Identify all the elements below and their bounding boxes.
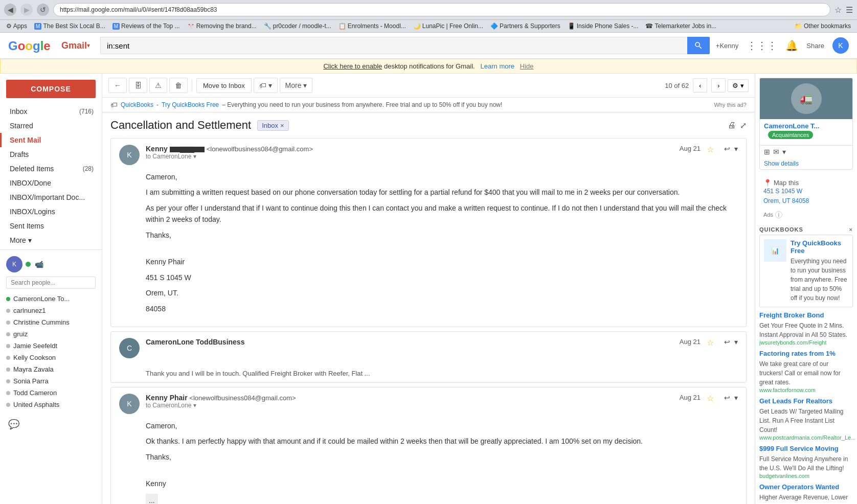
refresh-button[interactable]: ↺: [37, 4, 49, 16]
ad4-link[interactable]: www.postcardmania.com/Realtor_Le...: [759, 434, 853, 441]
contact-dropdown-icon[interactable]: ▾: [782, 148, 786, 156]
ads-close-button[interactable]: ×: [849, 226, 853, 233]
people-item-mayra[interactable]: Mayra Zavala: [6, 363, 96, 375]
sidebar-item-deleted[interactable]: Deleted Items (28): [0, 162, 102, 176]
ad1-title[interactable]: Try QuickBooks Free: [791, 239, 848, 255]
hide-notification-link[interactable]: Hide: [520, 62, 534, 70]
ad3-link[interactable]: www.factorfornow.com: [759, 387, 853, 393]
ad-cta-link[interactable]: Try QuickBooks Free: [162, 101, 219, 108]
enable-notifications-link[interactable]: Click here to enable: [323, 62, 382, 70]
more-action-btn-2[interactable]: ▾: [734, 338, 738, 346]
archive-button[interactable]: 🗄: [129, 78, 147, 93]
back-to-list-button[interactable]: ←: [108, 78, 127, 93]
sidebar-item-inbox-done[interactable]: INBOX/Done: [0, 176, 102, 190]
grid-icon[interactable]: ⋮⋮⋮: [747, 39, 777, 52]
why-ad-link[interactable]: Why this ad?: [714, 102, 747, 108]
contact-email-icon[interactable]: ✉: [773, 148, 779, 156]
sidebar-item-more[interactable]: More ▾: [0, 233, 102, 247]
search-input[interactable]: [100, 37, 687, 54]
bookmark-1[interactable]: M The Best Six Local B...: [32, 21, 107, 31]
bookmark-apps[interactable]: ⚙ Apps: [4, 21, 29, 31]
more-action-btn-3[interactable]: ▾: [734, 394, 738, 402]
user-avatar[interactable]: K: [832, 37, 849, 54]
bookmark-5[interactable]: 📋 Enrolments - Moodl...: [336, 21, 408, 31]
back-button[interactable]: ◀: [4, 4, 16, 16]
ad5-title[interactable]: $999 Full Service Moving: [759, 445, 853, 452]
forward-button[interactable]: ▶: [20, 4, 33, 16]
sidebar-item-sent-items[interactable]: Sent Items: [0, 219, 102, 233]
share-button[interactable]: Share: [806, 42, 824, 50]
reply-button-1[interactable]: ↩: [724, 145, 730, 153]
ad5-link[interactable]: budgetvanlines.com: [759, 473, 853, 479]
to-dropdown-icon-1[interactable]: ▾: [193, 153, 196, 160]
sidebar-item-drafts[interactable]: Drafts: [0, 147, 102, 162]
bookmark-4[interactable]: 🔧 pr0coder / moodle-t...: [262, 21, 333, 31]
people-item-united[interactable]: United Asphalts: [6, 399, 96, 410]
chat-icon[interactable]: 💬: [0, 415, 102, 434]
bookmark-3[interactable]: 🎌 Removing the brand...: [185, 21, 259, 31]
star-icon[interactable]: ☆: [835, 5, 842, 15]
gmail-dropdown-icon[interactable]: ▾: [87, 42, 90, 49]
contact-name[interactable]: CameronLone T...: [760, 119, 852, 131]
ad2-link[interactable]: jwsuretybonds.com/Freight: [759, 339, 853, 346]
report-spam-button[interactable]: ⚠: [149, 78, 167, 93]
ad2-title[interactable]: Freight Broker Bond: [759, 311, 853, 319]
bookmark-other[interactable]: 📁 Other bookmarks: [793, 21, 853, 31]
sidebar-item-inbox[interactable]: Inbox (716): [0, 104, 102, 119]
ad-sponsor-link[interactable]: QuickBooks: [121, 101, 153, 108]
ad3-title[interactable]: Factoring rates from 1%: [759, 350, 853, 357]
video-icon[interactable]: 📹: [35, 260, 43, 268]
delete-button[interactable]: 🗑: [169, 78, 188, 93]
people-item-gruiz[interactable]: gruiz: [6, 328, 96, 340]
gmail-label[interactable]: Gmail: [61, 40, 87, 51]
star-button-1[interactable]: ☆: [707, 145, 714, 154]
people-item-kelly[interactable]: Kelly Cookson: [6, 352, 96, 363]
next-page-button[interactable]: ›: [711, 78, 726, 93]
prev-page-button[interactable]: ‹: [693, 78, 707, 93]
bookmark-6[interactable]: 🌙 LunaPic | Free Onlin...: [411, 21, 485, 31]
labels-button[interactable]: 🏷 ▾: [254, 78, 278, 93]
settings-button[interactable]: ⚙ ▾: [728, 79, 749, 92]
message-header-2[interactable]: C CameronLone ToddBusiness Aug 21 ☆ ↩ ▾: [111, 332, 746, 364]
sidebar-item-starred[interactable]: Starred: [0, 119, 102, 133]
ad6-title[interactable]: Owner Operators Wanted: [759, 483, 853, 491]
reply-button-2[interactable]: ↩: [724, 338, 730, 346]
browser-menu-icon[interactable]: ☰: [846, 5, 853, 15]
sidebar-item-inbox-important[interactable]: INBOX/Important Doc...: [0, 190, 102, 204]
bookmark-8[interactable]: 📱 Inside Phone Sales -...: [566, 21, 641, 31]
print-button[interactable]: 🖨: [728, 121, 736, 130]
expand-button[interactable]: ⤢: [740, 121, 747, 130]
reply-button-3[interactable]: ↩: [724, 394, 730, 402]
move-to-inbox-button[interactable]: Move to Inbox: [196, 78, 252, 93]
compose-button[interactable]: COMPOSE: [6, 80, 96, 98]
show-details-link[interactable]: Show details: [760, 158, 852, 169]
inbox-badge-close[interactable]: ×: [280, 122, 284, 129]
to-dropdown-icon-3[interactable]: ▾: [193, 402, 196, 409]
bookmark-2[interactable]: M Reviews of the Top ...: [110, 21, 182, 31]
sidebar-item-inbox-logins[interactable]: INBOX/Logins: [0, 204, 102, 219]
star-button-3[interactable]: ☆: [707, 394, 714, 403]
ads-info-icon[interactable]: i: [775, 211, 782, 218]
bookmark-9[interactable]: ☎ Telemarketer Jobs in...: [643, 21, 718, 31]
learn-more-link[interactable]: Learn more: [481, 62, 514, 70]
people-search-input[interactable]: [6, 277, 96, 289]
people-item-christine[interactable]: Christine Cummins: [6, 316, 96, 328]
contact-grid-icon[interactable]: ⊞: [764, 148, 770, 156]
people-item-carlnunez[interactable]: carlnunez1: [6, 305, 96, 316]
deleted-badge: (28): [83, 165, 94, 172]
address-bar[interactable]: [53, 3, 830, 16]
sidebar-item-sent-mail[interactable]: Sent Mail: [0, 133, 102, 147]
people-item-jamie[interactable]: Jamie Seefeldt: [6, 340, 96, 352]
people-item-cameron[interactable]: CameronLone To...: [6, 293, 96, 305]
search-button[interactable]: [687, 37, 710, 54]
star-button-2[interactable]: ☆: [707, 338, 714, 348]
more-button[interactable]: More ▾: [280, 78, 313, 93]
notification-bell-icon[interactable]: 🔔: [785, 39, 798, 52]
more-action-btn-1[interactable]: ▾: [734, 145, 738, 153]
header-user[interactable]: +Kenny: [716, 42, 738, 50]
people-item-sonia[interactable]: Sonia Parra: [6, 375, 96, 387]
map-address[interactable]: 451 S 1045 W Orem, UT 84058: [763, 187, 849, 206]
ad4-title[interactable]: Get Leads For Realtors: [759, 397, 853, 405]
bookmark-7[interactable]: 🔷 Partners & Supporters: [488, 21, 562, 31]
people-item-todd[interactable]: Todd Cameron: [6, 387, 96, 399]
